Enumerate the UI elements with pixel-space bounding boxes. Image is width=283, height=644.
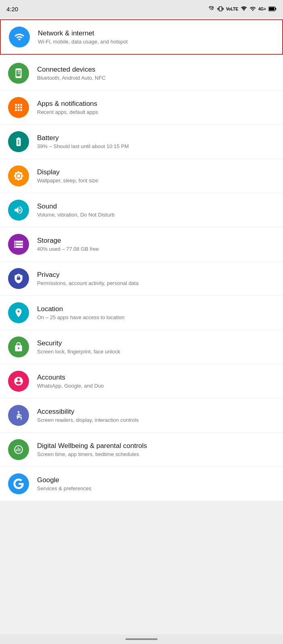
item-title: Sound (37, 202, 114, 211)
battery-icon (268, 6, 277, 12)
settings-item-security[interactable]: SecurityScreen lock, fingerprint, face u… (0, 330, 283, 364)
item-text-container: PrivacyPermissions, account activity, pe… (37, 271, 139, 286)
alarm-icon (208, 6, 215, 12)
vibrate-icon (217, 6, 224, 12)
wellbeing-icon-circle (8, 439, 29, 460)
item-subtitle: Services & preferences (37, 485, 91, 491)
item-subtitle: 39% – Should last until about 10:15 PM (37, 143, 129, 149)
settings-item-location[interactable]: LocationOn – 25 apps have access to loca… (0, 296, 283, 330)
status-icons: VoLTE 4G+ (208, 6, 277, 12)
hotspot-icon (241, 6, 247, 12)
item-text-container: AccessibilityScreen readers, display, in… (37, 408, 139, 423)
item-subtitle: Permissions, account activity, personal … (37, 280, 139, 286)
battery-icon-circle (8, 131, 29, 152)
item-title: Accounts (37, 374, 104, 382)
apps-icon-circle (8, 97, 29, 118)
item-title: Connected devices (37, 66, 106, 74)
settings-item-google[interactable]: GoogleServices & preferences (0, 467, 283, 501)
item-title: Accessibility (37, 408, 139, 416)
item-subtitle: Volume, vibration, Do Not Disturb (37, 212, 114, 218)
wifi-icon-circle (9, 27, 30, 47)
item-title: Security (37, 339, 120, 347)
settings-item-accessibility[interactable]: AccessibilityScreen readers, display, in… (0, 398, 283, 433)
item-text-container: LocationOn – 25 apps have access to loca… (37, 305, 125, 320)
item-title: Google (37, 476, 91, 484)
item-subtitle: Bluetooth, Android Auto, NFC (37, 75, 106, 81)
item-subtitle: On – 25 apps have access to location (37, 314, 125, 320)
settings-item-apps-notifications[interactable]: Apps & notificationsRecent apps, default… (0, 91, 283, 125)
svg-rect-2 (269, 7, 274, 10)
settings-item-storage[interactable]: Storage40% used – 77.08 GB free (0, 227, 283, 262)
item-subtitle: Wallpaper, sleep, font size (37, 178, 98, 184)
svg-rect-1 (275, 8, 277, 10)
item-title: Display (37, 168, 98, 176)
item-text-container: Storage40% used – 77.08 GB free (37, 237, 99, 252)
display-icon-circle (8, 165, 29, 186)
item-title: Digital Wellbeing & parental controls (37, 442, 147, 450)
item-subtitle: Screen readers, display, interaction con… (37, 417, 139, 423)
settings-list: Network & internetWi-Fi, mobile, data us… (0, 19, 283, 501)
item-subtitle: Screen time, app timers, bedtime schedul… (37, 451, 147, 457)
item-text-container: AccountsWhatsApp, Google, and Duo (37, 374, 104, 389)
item-subtitle: WhatsApp, Google, and Duo (37, 383, 104, 389)
item-title: Battery (37, 134, 129, 142)
security-icon-circle (8, 336, 29, 357)
signal-icon (250, 6, 256, 12)
item-text-container: Connected devicesBluetooth, Android Auto… (37, 66, 106, 81)
item-text-container: SecurityScreen lock, fingerprint, face u… (37, 339, 120, 355)
item-title: Privacy (37, 271, 139, 279)
item-title: Apps & notifications (37, 100, 98, 108)
settings-item-display[interactable]: DisplayWallpaper, sleep, font size (0, 159, 283, 193)
status-time: 4:20 (6, 6, 18, 12)
accessibility-icon-circle (8, 405, 29, 426)
item-subtitle: 40% used – 77.08 GB free (37, 246, 99, 252)
settings-item-network[interactable]: Network & internetWi-Fi, mobile, data us… (0, 19, 283, 55)
item-text-container: DisplayWallpaper, sleep, font size (37, 168, 98, 184)
item-subtitle: Recent apps, default apps (37, 109, 98, 115)
item-title: Storage (37, 237, 99, 245)
settings-item-sound[interactable]: SoundVolume, vibration, Do Not Disturb (0, 193, 283, 227)
devices-icon-circle (8, 63, 29, 84)
item-text-container: Battery39% – Should last until about 10:… (37, 134, 129, 149)
accounts-icon-circle (8, 371, 29, 392)
storage-icon-circle (8, 234, 29, 255)
sound-icon-circle (8, 200, 29, 221)
google-icon-circle (8, 473, 29, 494)
settings-item-battery[interactable]: Battery39% – Should last until about 10:… (0, 125, 283, 159)
settings-item-accounts[interactable]: AccountsWhatsApp, Google, and Duo (0, 364, 283, 398)
item-text-container: Network & internetWi-Fi, mobile, data us… (38, 29, 128, 45)
item-subtitle: Screen lock, fingerprint, face unlock (37, 349, 120, 355)
item-subtitle: Wi-Fi, mobile, data usage, and hotspot (38, 39, 128, 45)
volte-icon: VoLTE (226, 7, 238, 11)
item-title: Network & internet (38, 29, 128, 37)
location-icon-circle (8, 302, 29, 323)
item-text-container: Digital Wellbeing & parental controlsScr… (37, 442, 147, 457)
svg-rect-3 (19, 69, 21, 76)
settings-item-digital-wellbeing[interactable]: Digital Wellbeing & parental controlsScr… (0, 433, 283, 467)
4gplus-icon: 4G+ (258, 7, 266, 11)
privacy-icon-circle (8, 268, 29, 289)
item-text-container: Apps & notificationsRecent apps, default… (37, 100, 98, 115)
status-bar: 4:20 VoLTE 4G+ (0, 0, 283, 18)
item-title: Location (37, 305, 125, 313)
settings-item-connected-devices[interactable]: Connected devicesBluetooth, Android Auto… (0, 56, 283, 91)
item-text-container: SoundVolume, vibration, Do Not Disturb (37, 202, 114, 218)
svg-point-4 (18, 411, 19, 413)
item-text-container: GoogleServices & preferences (37, 476, 91, 491)
settings-item-privacy[interactable]: PrivacyPermissions, account activity, pe… (0, 262, 283, 296)
